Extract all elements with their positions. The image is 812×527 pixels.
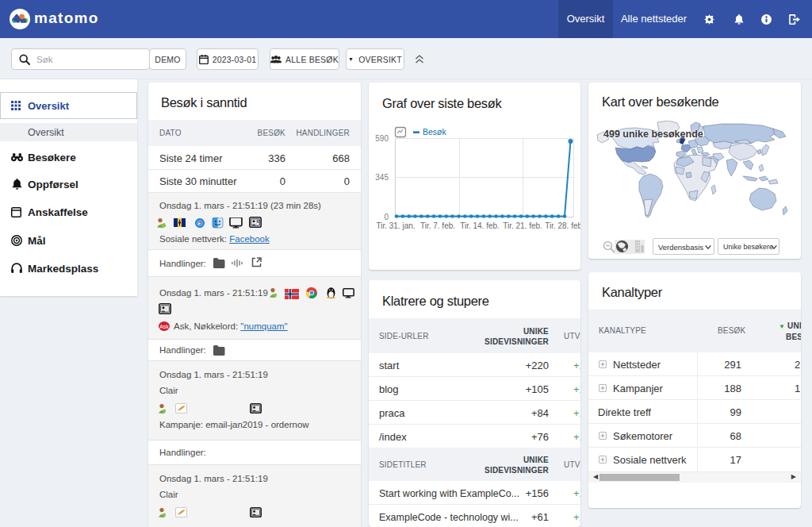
svg-text:Tir. 28. feb.: Tir. 28. feb. [545,221,580,230]
svg-text:Besøk: Besøk [423,127,447,137]
svg-text:0: 0 [384,213,389,221]
svg-text:Tir. 7. feb.: Tir. 7. feb. [420,221,455,230]
svg-text:Ask: Ask [159,324,169,329]
svg-text:345: 345 [375,173,389,182]
svg-text:Tir. 21. feb.: Tir. 21. feb. [503,221,542,230]
svg-text:Tir. 14. feb.: Tir. 14. feb. [460,221,500,230]
svg-text:590: 590 [375,134,389,143]
svg-text:Tir. 31. jan.: Tir. 31. jan. [376,221,415,230]
